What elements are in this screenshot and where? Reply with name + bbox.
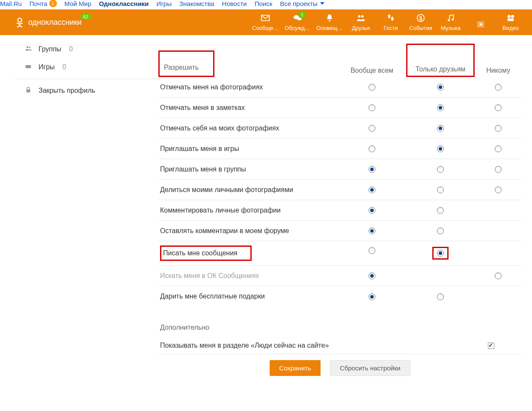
permission-row: Приглашать меня в игры	[158, 139, 522, 159]
permission-radio[interactable]	[437, 250, 444, 257]
svg-point-10	[448, 19, 450, 21]
reset-button[interactable]: Сбросить настройки	[330, 360, 410, 376]
header-friends-link[interactable]: Друзья	[349, 13, 373, 31]
header-item-label: Музыка	[441, 25, 461, 31]
permission-radio[interactable]	[495, 272, 502, 279]
permission-radio[interactable]	[495, 104, 502, 111]
mailru-link-0[interactable]: Mail.Ru	[0, 0, 22, 7]
sidebar-item-count: 0	[69, 45, 73, 53]
header-play-link[interactable]	[469, 20, 493, 31]
header-chat-link[interactable]: 1Обсужд…	[285, 13, 310, 31]
sidebar-item-group[interactable]: Группы0	[15, 40, 158, 58]
header-item-label: Оповещ…	[316, 25, 343, 31]
mailru-link-6[interactable]: Новости	[222, 0, 247, 7]
permission-label: Отмечать меня в заметках	[158, 100, 338, 116]
permission-cell	[406, 186, 475, 193]
permission-cell	[338, 83, 406, 91]
permission-cell	[406, 124, 475, 132]
permission-radio[interactable]	[495, 166, 502, 173]
permission-radio[interactable]	[437, 228, 444, 234]
permission-row: Отмечать меня на фотографиях	[158, 77, 522, 98]
mailru-link-1[interactable]: Почта1	[30, 0, 57, 7]
envelope-icon	[260, 13, 271, 24]
permission-radio[interactable]	[369, 84, 375, 91]
header-video-link[interactable]: Видео	[499, 13, 523, 31]
permission-radio[interactable]	[495, 84, 502, 91]
permission-row: Оставлять комментарии в моем форуме	[158, 221, 522, 241]
header-envelope-link[interactable]: Сообще…	[252, 13, 279, 31]
header-coin-link[interactable]: $События	[409, 13, 433, 31]
permission-row: Писать мне сообщения	[158, 241, 522, 266]
permission-radio[interactable]	[369, 125, 375, 132]
permission-radio[interactable]	[495, 125, 502, 132]
sidebar-close-profile[interactable]: Закрыть профиль	[15, 82, 158, 100]
permission-cell	[406, 227, 475, 234]
site-logo[interactable]: одноклассники 62	[15, 17, 82, 27]
permission-radio[interactable]	[437, 104, 444, 111]
sidebar-item-label: Игры	[39, 63, 55, 71]
mailru-link-3[interactable]: Одноклассники	[99, 0, 149, 7]
permission-cell	[475, 207, 522, 214]
permission-radio[interactable]	[437, 145, 444, 152]
save-button[interactable]: Сохранить	[270, 360, 321, 376]
permission-cell	[338, 166, 406, 173]
sidebar-item-label: Закрыть профиль	[39, 87, 95, 95]
permission-row: Дарить мне бесплатные подарки	[158, 286, 522, 307]
permission-cell	[406, 166, 475, 173]
mailru-link-4[interactable]: Игры	[157, 0, 172, 7]
permission-radio[interactable]	[495, 145, 502, 152]
permission-label: Отмечать себя на моих фотографиях	[158, 120, 338, 136]
chevron-down-icon	[320, 2, 324, 5]
permission-cell	[475, 124, 522, 132]
column-all: Вообще всем	[338, 67, 406, 77]
left-sidebar: Группы0Игры0Закрыть профиль	[0, 35, 158, 382]
permission-radio[interactable]	[437, 84, 444, 91]
permission-radio[interactable]	[369, 272, 375, 279]
svg-text:$: $	[419, 15, 422, 21]
permission-radio[interactable]	[369, 293, 375, 300]
permission-radio[interactable]	[369, 207, 375, 214]
show-online-checkbox[interactable]	[488, 343, 494, 349]
permission-radio[interactable]	[437, 293, 444, 300]
header-item-label: Сообще…	[252, 25, 279, 31]
mailru-link-2[interactable]: Мой Мир	[65, 0, 92, 7]
sidebar-item-count: 0	[62, 63, 66, 71]
permission-row: Искать меня в ОК Сообщениях	[158, 266, 522, 286]
permission-radio[interactable]	[495, 186, 502, 193]
bell-icon	[324, 13, 335, 24]
permission-radio[interactable]	[369, 186, 375, 193]
header-music-link[interactable]: Музыка	[439, 13, 463, 31]
permission-radio[interactable]	[369, 228, 375, 234]
header-bell-link[interactable]: Оповещ…	[316, 13, 343, 31]
permission-cell	[338, 186, 406, 193]
permission-label: Писать мне сообщения	[158, 241, 338, 265]
additional-title: Дополнительно	[160, 324, 522, 331]
permission-row: Приглашать меня в группы	[158, 159, 522, 180]
mailru-link-5[interactable]: Знакомства	[179, 0, 214, 7]
permission-label: Оставлять комментарии в моем форуме	[158, 223, 338, 239]
permission-radio[interactable]	[369, 166, 375, 173]
permission-cell	[406, 272, 475, 279]
permission-radio[interactable]	[437, 166, 444, 173]
mailru-link-7[interactable]: Поиск	[255, 0, 273, 7]
svg-point-6	[388, 15, 391, 18]
header-item-label: Гости	[383, 25, 398, 31]
permission-radio[interactable]	[437, 125, 444, 132]
site-logo-text: одноклассники	[28, 18, 82, 27]
permission-row: Комментировать личные фотографии	[158, 200, 522, 221]
permission-radio[interactable]	[369, 247, 375, 254]
permission-row: Отмечать меня в заметках	[158, 98, 522, 118]
permission-radio[interactable]	[437, 186, 444, 193]
header-footprints-link[interactable]: Гости	[379, 13, 403, 31]
sidebar-item-gamepad[interactable]: Игры0	[15, 58, 158, 76]
permission-cell	[475, 166, 522, 173]
permission-radio[interactable]	[369, 104, 375, 111]
permission-radio[interactable]	[437, 207, 444, 214]
permission-label: Отмечать меня на фотографиях	[158, 79, 338, 95]
lock-icon	[24, 86, 33, 95]
permission-cell	[475, 247, 522, 260]
mailru-link-8[interactable]: Все проекты	[280, 0, 324, 7]
permission-radio[interactable]	[369, 145, 375, 152]
permission-cell	[475, 83, 522, 91]
music-icon	[445, 13, 456, 24]
